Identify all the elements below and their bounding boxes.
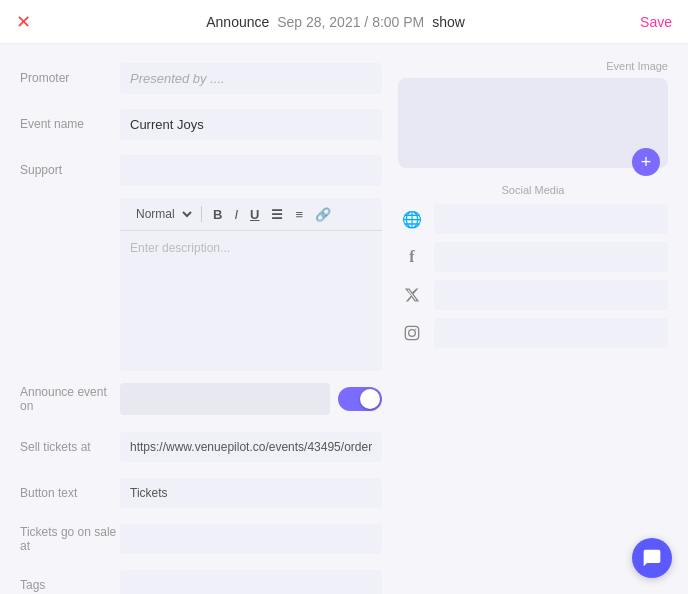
header-title: Announce Sep 28, 2021 / 8:00 PM show (206, 14, 465, 30)
support-label: Support (20, 163, 120, 177)
unordered-list-button[interactable]: ≡ (290, 205, 308, 224)
header-show: show (432, 14, 465, 30)
header-announce: Announce (206, 14, 269, 30)
toggle-knob (360, 389, 380, 409)
chat-button[interactable] (632, 538, 672, 578)
link-button[interactable]: 🔗 (310, 205, 336, 224)
website-icon: 🌐 (398, 205, 426, 233)
website-row: 🌐 (398, 204, 668, 234)
image-upload-area[interactable]: + (398, 78, 668, 168)
add-image-button[interactable]: + (632, 148, 660, 176)
tags-input[interactable] (120, 570, 382, 594)
sell-tickets-input[interactable] (120, 432, 382, 462)
close-button[interactable]: ✕ (16, 11, 31, 33)
bold-button[interactable]: B (208, 205, 227, 224)
announce-row: Announce event on (20, 381, 382, 417)
instagram-icon (398, 319, 426, 347)
editor-body[interactable]: Enter description... (120, 231, 382, 371)
facebook-icon: f (398, 243, 426, 271)
toolbar-separator (201, 206, 202, 222)
twitter-icon (398, 281, 426, 309)
tags-row: Tags (20, 567, 382, 594)
editor-toolbar: Normal B I U ☰ ≡ 🔗 (120, 198, 382, 231)
ordered-list-button[interactable]: ☰ (266, 205, 288, 224)
announce-date-input[interactable] (120, 383, 330, 415)
button-text-input[interactable] (120, 478, 382, 508)
promoter-label: Promoter (20, 71, 120, 85)
left-column: Promoter Event name Support Normal (20, 60, 382, 594)
svg-point-1 (409, 330, 416, 337)
event-name-row: Event name (20, 106, 382, 142)
event-name-input[interactable] (120, 109, 382, 140)
tickets-sale-label: Tickets go on sale at (20, 525, 120, 553)
description-editor: Normal B I U ☰ ≡ 🔗 Enter description... (120, 198, 382, 371)
twitter-input[interactable] (434, 280, 668, 310)
italic-button[interactable]: I (229, 205, 243, 224)
event-image-label: Event Image (398, 60, 668, 72)
svg-point-2 (415, 329, 416, 330)
instagram-input[interactable] (434, 318, 668, 348)
header: ✕ Announce Sep 28, 2021 / 8:00 PM show S… (0, 0, 688, 44)
facebook-row: f (398, 242, 668, 272)
save-button[interactable]: Save (640, 14, 672, 30)
tickets-sale-input[interactable] (120, 524, 382, 554)
support-row: Support (20, 152, 382, 188)
editor-placeholder: Enter description... (130, 241, 230, 255)
format-select[interactable]: Normal (128, 204, 195, 224)
promoter-input[interactable] (120, 63, 382, 94)
svg-rect-0 (405, 326, 418, 339)
support-input[interactable] (120, 155, 382, 186)
main-content: Promoter Event name Support Normal (0, 44, 688, 594)
button-text-row: Button text (20, 475, 382, 511)
event-name-label: Event name (20, 117, 120, 131)
tickets-sale-row: Tickets go on sale at (20, 521, 382, 557)
announce-label: Announce event on (20, 385, 120, 413)
website-input[interactable] (434, 204, 668, 234)
tags-label: Tags (20, 578, 120, 592)
promoter-row: Promoter (20, 60, 382, 96)
sell-tickets-label: Sell tickets at (20, 440, 120, 454)
social-media-label: Social Media (398, 184, 668, 196)
button-text-label: Button text (20, 486, 120, 500)
publish-toggle[interactable] (338, 387, 382, 411)
right-column: Event Image + Social Media 🌐 f (398, 60, 668, 594)
sell-tickets-row: Sell tickets at (20, 429, 382, 465)
underline-button[interactable]: U (245, 205, 264, 224)
twitter-row (398, 280, 668, 310)
header-date: Sep 28, 2021 / 8:00 PM (277, 14, 424, 30)
instagram-row (398, 318, 668, 348)
facebook-input[interactable] (434, 242, 668, 272)
